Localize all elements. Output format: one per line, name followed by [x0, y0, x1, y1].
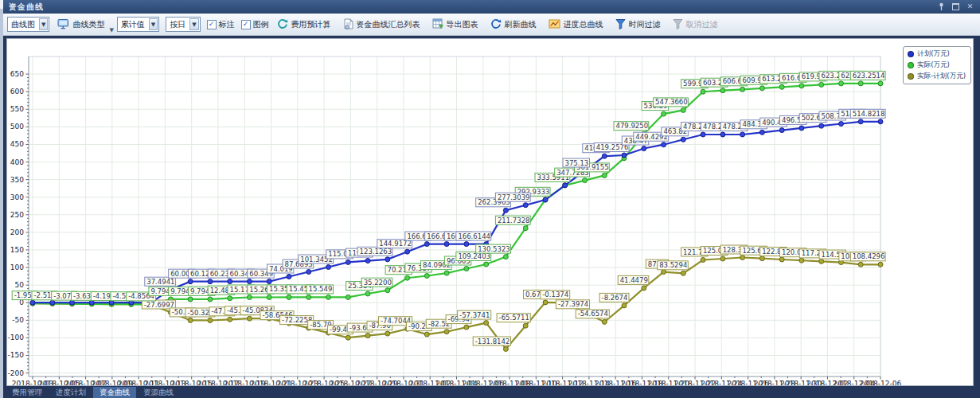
data-point-marker[interactable]: [819, 123, 824, 128]
data-point-marker[interactable]: [50, 300, 55, 305]
data-point-marker[interactable]: [878, 119, 883, 124]
data-point-marker[interactable]: [346, 259, 350, 264]
data-point-marker[interactable]: [346, 335, 350, 340]
data-point-marker[interactable]: [740, 132, 745, 137]
data-point-marker[interactable]: [642, 286, 646, 291]
data-point-marker[interactable]: [740, 256, 745, 260]
data-point-marker[interactable]: [464, 267, 469, 271]
data-point-marker[interactable]: [385, 257, 390, 262]
data-point-marker[interactable]: [839, 122, 844, 127]
curve-type-button[interactable]: 曲线类型: [56, 18, 106, 32]
data-point-marker[interactable]: [720, 256, 725, 261]
data-point-marker[interactable]: [306, 295, 311, 299]
data-point-marker[interactable]: [858, 119, 863, 124]
tab-资源曲线[interactable]: 资源曲线: [137, 387, 180, 398]
data-point-marker[interactable]: [543, 300, 548, 305]
data-point-marker[interactable]: [365, 291, 370, 296]
data-point-marker[interactable]: [444, 271, 449, 275]
data-point-marker[interactable]: [503, 347, 508, 352]
data-point-marker[interactable]: [602, 319, 607, 324]
data-point-marker[interactable]: [543, 197, 548, 202]
data-point-marker[interactable]: [819, 82, 824, 87]
data-point-marker[interactable]: [622, 303, 627, 308]
toolbar-button-refresh-teal[interactable]: 费用预计算: [275, 18, 333, 32]
data-point-marker[interactable]: [602, 173, 607, 178]
capital-curve-chart[interactable]: -200-150-100-500501001502002503003504004…: [7, 39, 973, 385]
data-point-marker[interactable]: [523, 226, 528, 231]
data-point-marker[interactable]: [267, 295, 271, 300]
data-point-marker[interactable]: [365, 259, 370, 263]
data-point-marker[interactable]: [622, 153, 627, 158]
toolbar-button-refresh-blue[interactable]: 刷新曲线: [489, 18, 538, 32]
checkbox-annotate[interactable]: ✓标注: [207, 19, 235, 30]
data-point-marker[interactable]: [228, 296, 232, 301]
data-point-marker[interactable]: [523, 323, 528, 328]
data-point-marker[interactable]: [720, 88, 725, 93]
data-point-marker[interactable]: [759, 130, 764, 135]
data-point-marker[interactable]: [208, 279, 213, 284]
data-point-marker[interactable]: [799, 258, 804, 263]
maximize-icon[interactable]: [951, 2, 960, 11]
tab-进度计划[interactable]: 进度计划: [49, 387, 92, 398]
data-point-marker[interactable]: [503, 255, 508, 259]
data-point-marker[interactable]: [662, 142, 666, 147]
data-point-marker[interactable]: [208, 318, 213, 323]
data-point-marker[interactable]: [424, 242, 429, 247]
data-point-marker[interactable]: [30, 300, 35, 305]
data-point-marker[interactable]: [70, 300, 75, 305]
data-point-marker[interactable]: [779, 128, 784, 133]
data-point-marker[interactable]: [385, 288, 390, 293]
data-point-marker[interactable]: [662, 111, 666, 116]
data-point-marker[interactable]: [306, 270, 311, 275]
data-point-marker[interactable]: [208, 297, 213, 302]
data-point-marker[interactable]: [484, 321, 489, 326]
data-point-marker[interactable]: [228, 317, 232, 322]
data-point-marker[interactable]: [326, 265, 331, 270]
data-point-marker[interactable]: [779, 84, 784, 89]
chevron-down-icon[interactable]: ▼: [109, 27, 113, 33]
data-point-marker[interactable]: [799, 126, 804, 131]
data-point-marker[interactable]: [188, 297, 193, 302]
data-point-marker[interactable]: [267, 279, 271, 284]
data-point-marker[interactable]: [759, 256, 764, 261]
data-point-marker[interactable]: [247, 295, 252, 300]
data-point-marker[interactable]: [503, 208, 508, 213]
toolbar-button-export-table[interactable]: 导出图表: [431, 18, 480, 32]
data-point-marker[interactable]: [228, 279, 232, 284]
toolbar-button-filter[interactable]: 时间过滤: [614, 18, 662, 32]
data-point-marker[interactable]: [405, 275, 410, 280]
data-point-marker[interactable]: [642, 146, 646, 151]
data-point-marker[interactable]: [839, 81, 844, 86]
data-point-marker[interactable]: [662, 270, 666, 275]
data-point-marker[interactable]: [583, 178, 588, 183]
data-point-marker[interactable]: [779, 257, 784, 262]
data-point-marker[interactable]: [701, 132, 705, 137]
data-point-marker[interactable]: [247, 279, 252, 284]
data-point-marker[interactable]: [819, 259, 824, 263]
data-point-marker[interactable]: [740, 87, 745, 92]
data-point-marker[interactable]: [681, 271, 685, 275]
chart-kind-dropdown[interactable]: 曲线图 ▼: [7, 17, 49, 32]
data-point-marker[interactable]: [858, 262, 863, 267]
tab-资金曲线[interactable]: 资金曲线: [93, 387, 136, 398]
data-point-marker[interactable]: [484, 262, 489, 267]
data-point-marker[interactable]: [681, 137, 685, 142]
data-point-marker[interactable]: [759, 86, 764, 91]
data-point-marker[interactable]: [681, 107, 685, 112]
data-point-marker[interactable]: [424, 274, 429, 279]
toolbar-button-document[interactable]: 资金曲线汇总列表: [342, 18, 422, 32]
data-point-marker[interactable]: [878, 81, 883, 86]
period-dropdown[interactable]: 按日 ▼: [166, 17, 200, 32]
data-point-marker[interactable]: [858, 81, 863, 86]
pin-icon[interactable]: [937, 2, 946, 11]
data-point-marker[interactable]: [188, 318, 193, 322]
data-point-marker[interactable]: [287, 295, 291, 299]
data-point-marker[interactable]: [799, 84, 804, 88]
data-point-marker[interactable]: [464, 242, 469, 247]
data-point-marker[interactable]: [365, 334, 370, 338]
data-point-marker[interactable]: [720, 132, 725, 137]
toolbar-button-progress-chart[interactable]: 进度总曲线: [547, 18, 605, 32]
checkbox-legend[interactable]: ✓图例: [241, 19, 269, 30]
data-point-marker[interactable]: [464, 325, 469, 330]
data-point-marker[interactable]: [523, 203, 528, 208]
